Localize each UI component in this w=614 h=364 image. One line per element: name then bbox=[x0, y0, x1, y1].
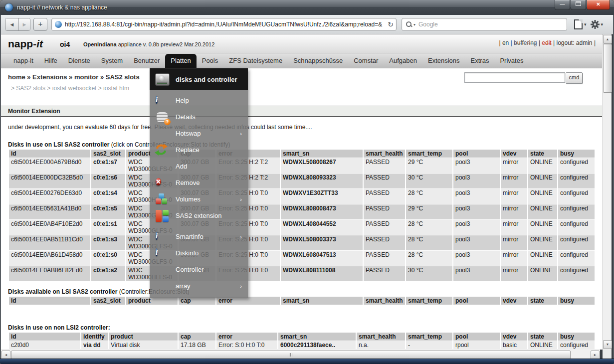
page-actions-icon[interactable] bbox=[574, 19, 583, 29]
cell-smart_sn[interactable]: WDWXL808111008 bbox=[281, 266, 363, 281]
logout-link[interactable]: logout: admin bbox=[557, 39, 593, 46]
menubar-item-aufgaben[interactable]: Aufgaben bbox=[384, 54, 422, 68]
breadcrumb-secondary[interactable]: > SAS2 slots > iostat websocket > iostat… bbox=[11, 85, 603, 92]
col-header-id: id bbox=[9, 297, 90, 305]
col-header-vdev: vdev bbox=[501, 333, 527, 341]
search-placeholder[interactable]: Google bbox=[418, 21, 438, 28]
breadcrumb-area: home » Extensions » monitor » SAS2 slots… bbox=[1, 68, 603, 102]
menubar-item-extensions[interactable]: Extensions bbox=[422, 54, 465, 68]
cell-id: c6t50014EE000A679B6d0 bbox=[9, 158, 90, 173]
menubar-item-platten[interactable]: Platten bbox=[165, 54, 196, 68]
menubar-item-zfs-dateisysteme[interactable]: ZFS Dateisysteme bbox=[223, 54, 288, 68]
scroll-up-icon[interactable]: ▲ bbox=[603, 35, 612, 44]
menubar-item-privates[interactable]: Privates bbox=[494, 54, 529, 68]
menu-item-help[interactable]: iHelp bbox=[150, 92, 248, 109]
cell-sas2_slot[interactable]: c0:e1:s5 bbox=[91, 204, 125, 219]
menubar-item-hilfe[interactable]: Hilfe bbox=[39, 54, 63, 68]
vertical-scrollbar[interactable]: ▲ ▼ bbox=[602, 34, 612, 350]
cell-smart_sn[interactable]: WDWXV1E30ZTT33 bbox=[281, 189, 363, 204]
cell-id: c6t50014EE05631A41Bd0 bbox=[9, 204, 90, 219]
cell-pool: pool3 bbox=[453, 220, 500, 235]
scroll-down-icon[interactable]: ▼ bbox=[603, 340, 612, 349]
menu-item-add[interactable]: Add bbox=[150, 158, 248, 175]
cell-state: ONLINE bbox=[528, 341, 557, 349]
menubar-item-benutzer[interactable]: Benutzer bbox=[128, 54, 165, 68]
menu-item-remove[interactable]: ✕Remove bbox=[150, 175, 248, 191]
table3-title: Disks in use on non LSI2 controller: bbox=[8, 324, 603, 331]
menu-item-array[interactable]: array› bbox=[150, 278, 248, 294]
cell-busy: configured bbox=[558, 251, 595, 266]
cell-smart_temp: 30 °C bbox=[406, 174, 452, 188]
cell-smart_sn[interactable]: WDWXL408044552 bbox=[281, 220, 363, 235]
cell-smart_sn[interactable]: WDWXL508003373 bbox=[281, 235, 363, 250]
title-bar[interactable]: napp-it // network & nas appliance — ✕ bbox=[0, 0, 614, 15]
cell-busy: configured bbox=[558, 341, 595, 349]
reload-icon[interactable]: ↻ bbox=[385, 20, 396, 28]
menu-item-volumes[interactable]: Volumes› bbox=[150, 191, 248, 207]
search-engine-caret-icon[interactable]: ▾ bbox=[413, 22, 415, 27]
menu-item-smartinfo[interactable]: iSmartinfo› bbox=[150, 228, 248, 245]
menubar-item-dienste[interactable]: Dienste bbox=[63, 54, 96, 68]
cell-smart_sn[interactable]: WDWXL508008267 bbox=[281, 158, 363, 173]
forward-button[interactable]: ► bbox=[18, 18, 30, 30]
gear-caret-icon[interactable]: ▾ bbox=[601, 22, 604, 27]
col-header-identify: identify bbox=[81, 333, 108, 341]
cell-busy: configured bbox=[558, 235, 595, 250]
cell-smart_health: PASSED bbox=[364, 266, 405, 281]
cell-smart_sn[interactable]: WDWXL808008473 bbox=[281, 204, 363, 219]
col-header-vdev: vdev bbox=[501, 150, 527, 158]
cmd-button[interactable]: cmd bbox=[566, 72, 583, 84]
col-header-error: error bbox=[216, 333, 277, 341]
cell-identify[interactable]: via dd bbox=[81, 341, 108, 349]
menubar-item-comstar[interactable]: Comstar bbox=[348, 54, 384, 68]
cell-sas2_slot[interactable]: c0:e1:s1 bbox=[91, 220, 125, 235]
page-actions-caret-icon[interactable]: ▾ bbox=[584, 22, 587, 27]
cell-smart_sn[interactable]: WDWXL808093323 bbox=[281, 174, 363, 188]
col-header-state: state bbox=[528, 333, 557, 341]
menubar-item-extras[interactable]: Extras bbox=[465, 54, 495, 68]
search-bar[interactable]: ▾ Google bbox=[402, 18, 567, 31]
url-bar[interactable]: http://192.168.88.4:81/cgi-bin/napp-it/a… bbox=[51, 18, 397, 31]
menu-item-sas2-extension[interactable]: SAS2 extension bbox=[150, 207, 248, 224]
cell-sas2_slot[interactable]: c0:e1:s3 bbox=[91, 235, 125, 250]
menubar-item-napp-it[interactable]: napp-it bbox=[8, 54, 39, 68]
cell-sas2_slot[interactable]: c0:e1:s2 bbox=[91, 266, 125, 281]
new-tab-button[interactable]: + bbox=[33, 18, 47, 31]
menu-item-hotswap[interactable]: Hotswap› bbox=[150, 125, 248, 142]
cmd-input[interactable] bbox=[464, 72, 565, 83]
close-button[interactable]: ✕ bbox=[587, 0, 610, 10]
lang-link[interactable]: en bbox=[502, 39, 509, 46]
cell-sas2_slot[interactable]: c0:e1:s4 bbox=[91, 189, 125, 204]
menu-item-details[interactable]: ?Details bbox=[150, 109, 248, 125]
menu-item-controller[interactable]: Controller bbox=[150, 261, 248, 278]
horizontal-scrollbar[interactable]: ◄ ► bbox=[1, 350, 600, 359]
menubar-item-system[interactable]: System bbox=[96, 54, 128, 68]
minimize-button[interactable]: — bbox=[555, 0, 570, 10]
cell-smart_sn[interactable]: WDWXL608047513 bbox=[281, 251, 363, 266]
cell-vdev: mirror bbox=[501, 251, 527, 266]
maximize-button[interactable] bbox=[571, 0, 586, 10]
menubar-item-pools[interactable]: Pools bbox=[197, 54, 224, 68]
cell-smart_sn[interactable]: 6000c291138faece.. bbox=[278, 341, 356, 349]
development-note: under development, you can evaluate 60 d… bbox=[8, 124, 603, 131]
lsi-sas2-available-table: idsas2_slotproductcaperrorsmart_snsmart_… bbox=[8, 296, 603, 305]
cell-pool: pool3 bbox=[453, 189, 500, 204]
horizontal-scroll-thumb[interactable] bbox=[11, 351, 571, 359]
edit-link[interactable]: edit bbox=[542, 39, 551, 46]
search-magnifier-icon[interactable] bbox=[406, 21, 412, 27]
cell-sas2_slot[interactable]: c0:e1:s6 bbox=[91, 174, 125, 188]
cell-pool: pool3 bbox=[453, 174, 500, 188]
cell-sas2_slot[interactable]: c0:e1:s0 bbox=[91, 251, 125, 266]
menubar-item-schnappsch-sse[interactable]: Schnappschüsse bbox=[288, 54, 348, 68]
cell-vdev: basic bbox=[501, 341, 527, 349]
gear-icon[interactable] bbox=[591, 20, 600, 29]
menu-item-replace[interactable]: Replace bbox=[150, 142, 248, 158]
table-row: c6t50014EE0AB4F10E2d0c0:e1:s1WDC WD3000G… bbox=[9, 220, 595, 235]
buffering-link[interactable]: buffering bbox=[514, 39, 537, 46]
back-button[interactable]: ◄ bbox=[5, 18, 18, 30]
menu-item-diskinfo[interactable]: iDiskinfo bbox=[150, 245, 248, 261]
vertical-scroll-thumb[interactable] bbox=[603, 44, 612, 93]
cell-sas2_slot[interactable]: c0:e1:s7 bbox=[91, 158, 125, 173]
cell-vdev: mirror bbox=[501, 158, 527, 173]
url-text[interactable]: http://192.168.88.4:81/cgi-bin/napp-it/a… bbox=[65, 21, 385, 28]
